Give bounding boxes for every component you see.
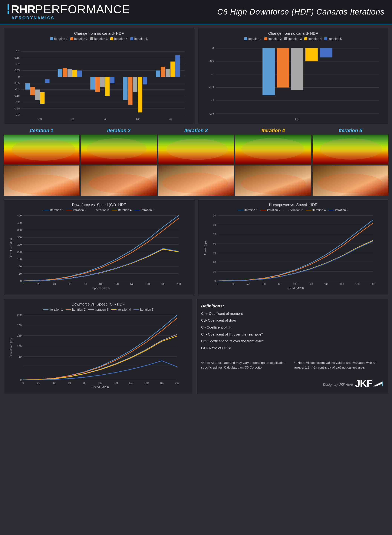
svg-rect-49 (166, 69, 170, 77)
svg-text:40: 40 (247, 283, 250, 285)
ld-legend-iter2: Iteration 2 (264, 37, 282, 41)
clf-legend-line-iter3 (89, 210, 95, 210)
iteration-4-top-image (235, 135, 311, 165)
svg-rect-48 (161, 67, 165, 77)
clf-legend-line-iter5 (134, 210, 140, 210)
svg-text:60: 60 (213, 223, 216, 227)
iteration-col-4: Iteration 4 (235, 128, 311, 196)
svg-text:160: 160 (145, 283, 150, 285)
legend-dot-iter2 (70, 37, 73, 40)
bar-chart-hdf-svg: 0.2 0.15 0.1 0.05 0 -0.05 -0.1 -0.15 -0.… (7, 42, 191, 120)
cl-legend-line-iter1 (43, 309, 48, 310)
jkf-wing-icon (372, 380, 383, 387)
svg-text:0: 0 (23, 283, 24, 285)
hp-legend-label-iter4: Iteration 4 (312, 208, 326, 212)
clf-legend-label-iter4: Iteration 4 (118, 208, 132, 212)
svg-text:140: 140 (324, 283, 328, 285)
legend-iter3: Iteration 3 (90, 37, 108, 41)
svg-rect-67 (291, 48, 303, 90)
iteration-1-bottom-image (4, 166, 79, 196)
iteration-2-label: Iteration 2 (81, 128, 157, 133)
page: RHR PERFORMANCE AERODYNAMICS C6 High Dow… (0, 0, 392, 535)
svg-rect-38 (95, 77, 100, 92)
cl-chart: Downforce vs. Speed (Cl)- HDF Iteration … (4, 299, 193, 394)
svg-text:0: 0 (214, 279, 216, 283)
clf-legend-iter2: Iteration 2 (66, 208, 86, 212)
svg-rect-33 (63, 68, 67, 77)
iteration-5-top-image (313, 135, 388, 165)
svg-rect-68 (305, 48, 317, 61)
hp-legend-line-iter5 (328, 210, 334, 210)
iteration-col-5: Iteration 5 (313, 128, 388, 196)
svg-text:50: 50 (19, 355, 22, 358)
svg-text:Cd: Cd (70, 117, 74, 120)
hp-legend-line-iter2 (260, 210, 266, 210)
jkf-logo-area: JKF (355, 378, 383, 389)
bar-chart-ld-svg: 0 -0.5 -1 -1.5 -2 -2.5 L/D (201, 42, 385, 120)
svg-rect-50 (170, 62, 175, 77)
svg-text:Power (hp): Power (hp) (204, 241, 207, 255)
legend-label-iter2: Iteration 2 (74, 37, 88, 41)
svg-text:Speed (MPH): Speed (MPH) (286, 286, 304, 290)
legend-iter2: Iteration 2 (70, 37, 88, 41)
legend-iter1: Iteration 1 (50, 37, 67, 41)
hp-chart-svg: 70 60 50 40 30 20 10 0 0 20 40 60 80 100… (201, 213, 385, 291)
svg-rect-46 (143, 77, 147, 84)
svg-text:40: 40 (53, 283, 56, 285)
note-2: ** Note: All coefficient values values a… (294, 360, 383, 370)
svg-text:0: 0 (20, 378, 22, 381)
hp-legend-iter4: Iteration 4 (306, 208, 326, 212)
cl-legend-iter2: Iteration 2 (66, 308, 86, 311)
cl-legend-iter1: Iteration 1 (43, 308, 63, 311)
svg-text:-0.15: -0.15 (14, 94, 20, 97)
jkf-branding: Design by JKF Aero JKF (201, 378, 384, 389)
svg-text:300: 300 (17, 236, 22, 239)
legend-label-iter1: Iteration 1 (54, 37, 67, 41)
svg-text:150: 150 (17, 334, 22, 337)
ld-legend-iter1: Iteration 1 (244, 37, 262, 41)
svg-text:-0.25: -0.25 (14, 107, 20, 110)
svg-text:250: 250 (17, 313, 22, 317)
legend-label-iter5: Iteration 5 (134, 37, 148, 41)
svg-text:50: 50 (213, 233, 216, 236)
bar-chart-hdf: Change from no canard- HDF Iteration 1 I… (4, 28, 194, 124)
svg-rect-41 (110, 77, 114, 83)
legend-label-iter4: Iteration 4 (114, 37, 128, 41)
svg-rect-45 (138, 77, 142, 113)
clf-legend-label-iter3: Iteration 3 (96, 208, 109, 212)
svg-text:-0.2: -0.2 (15, 101, 20, 104)
svg-rect-36 (77, 71, 82, 77)
cl-legend-line-iter4 (111, 309, 117, 310)
iteration-2-bottom-image (81, 166, 157, 196)
svg-text:200: 200 (177, 283, 181, 285)
svg-text:10: 10 (213, 270, 216, 273)
svg-rect-28 (30, 87, 35, 95)
svg-rect-30 (40, 92, 45, 104)
svg-text:100: 100 (98, 381, 103, 384)
bar-chart-ld: Change from no canard- HDF Iteration 1 I… (198, 28, 388, 124)
bar-chart-hdf-legend: Iteration 1 Iteration 2 Iteration 3 Iter… (7, 37, 191, 41)
hp-chart-legend: Iteration 1 Iteration 2 Iteration 3 Iter… (201, 208, 385, 212)
header: RHR PERFORMANCE AERODYNAMICS C6 High Dow… (0, 0, 392, 24)
hp-legend-label-iter3: Iteration 3 (290, 208, 303, 212)
iteration-3-top-image (158, 135, 234, 165)
design-by: Design by JKF Aero (323, 383, 355, 387)
svg-text:350: 350 (17, 228, 22, 232)
ld-legend-dot-iter2 (264, 37, 267, 40)
stripe-2 (8, 11, 9, 14)
svg-point-73 (89, 174, 153, 193)
ld-legend-dot-iter3 (284, 37, 287, 40)
iteration-col-1: Iteration 1 (4, 128, 79, 196)
svg-text:L/D: L/D (295, 117, 299, 120)
def-notes: *Note: Approximate and may vary dependin… (201, 360, 384, 370)
svg-text:60: 60 (68, 381, 71, 384)
clf-chart-title: Downforce vs. Speed (Clf)- HDF (7, 203, 191, 207)
jkf-brand-text: JKF (355, 378, 372, 389)
note-1: *Note: Approximate and may vary dependin… (201, 360, 290, 370)
svg-text:50: 50 (19, 272, 22, 275)
svg-rect-34 (67, 69, 72, 77)
svg-text:400: 400 (17, 221, 22, 224)
bottom-row: Downforce vs. Speed (Cl)- HDF Iteration … (0, 297, 392, 398)
legend-iter5: Iteration 5 (130, 37, 148, 41)
svg-text:-0.05: -0.05 (14, 81, 20, 85)
